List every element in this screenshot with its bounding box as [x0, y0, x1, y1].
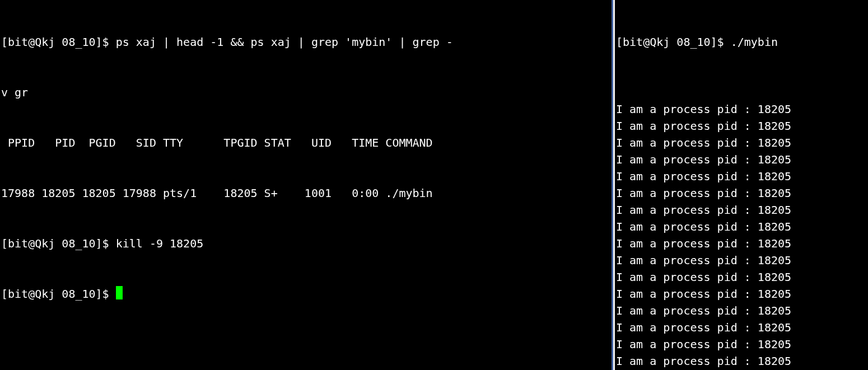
prompt: [bit@Qkj 08_10]$	[616, 35, 731, 49]
command-text: kill -9 18205	[116, 237, 204, 250]
terminal-left-pane[interactable]: [bit@Qkj 08_10]$ ps xaj | head -1 && ps …	[0, 0, 612, 370]
cmd-line: [bit@Qkj 08_10]$ kill -9 18205	[1, 235, 610, 252]
process-output-line: I am a process pid : 18205	[616, 353, 867, 369]
prompt: [bit@Qkj 08_10]$	[1, 35, 116, 49]
process-output-line: I am a process pid : 18205	[616, 235, 867, 252]
process-output-line: I am a process pid : 18205	[616, 252, 867, 269]
ps-header: PPID PID PGID SID TTY TPGID STAT UID TIM…	[1, 134, 610, 151]
process-output-line: I am a process pid : 18205	[616, 285, 867, 302]
cmd-line: [bit@Qkj 08_10]$ ps xaj | head -1 && ps …	[1, 34, 610, 50]
process-output-line: I am a process pid : 18205	[616, 319, 867, 336]
cmd-line: [bit@Qkj 08_10]$ ./mybin	[616, 34, 867, 50]
command-text: ps xaj | head -1 && ps xaj | grep 'mybin…	[116, 35, 453, 49]
ps-row: 17988 18205 18205 17988 pts/1 18205 S+ 1…	[1, 185, 610, 202]
prompt-line: [bit@Qkj 08_10]$	[1, 285, 610, 302]
process-output-line: I am a process pid : 18205	[616, 269, 867, 285]
process-output-line: I am a process pid : 18205	[616, 118, 867, 134]
process-output-line: I am a process pid : 18205	[616, 151, 867, 168]
process-output-line: I am a process pid : 18205	[616, 101, 867, 118]
process-output-line: I am a process pid : 18205	[616, 302, 867, 319]
process-output-line: I am a process pid : 18205	[616, 134, 867, 151]
prompt: [bit@Qkj 08_10]$	[1, 237, 116, 250]
process-output-line: I am a process pid : 18205	[616, 185, 867, 202]
command-text: ./mybin	[731, 35, 778, 49]
process-output-line: I am a process pid : 18205	[616, 168, 867, 185]
terminal-right-pane[interactable]: [bit@Qkj 08_10]$ ./mybin I am a process …	[615, 0, 868, 370]
prompt: [bit@Qkj 08_10]$	[1, 287, 116, 301]
process-output-line: I am a process pid : 18205	[616, 202, 867, 218]
process-output-line: I am a process pid : 18205	[616, 336, 867, 353]
cursor-icon	[116, 286, 123, 299]
terminal-split-wrap: [bit@Qkj 08_10]$ ps xaj | head -1 && ps …	[0, 0, 868, 370]
process-output-line: I am a process pid : 18205	[616, 218, 867, 235]
cmd-line-wrap: v gr	[1, 84, 610, 101]
